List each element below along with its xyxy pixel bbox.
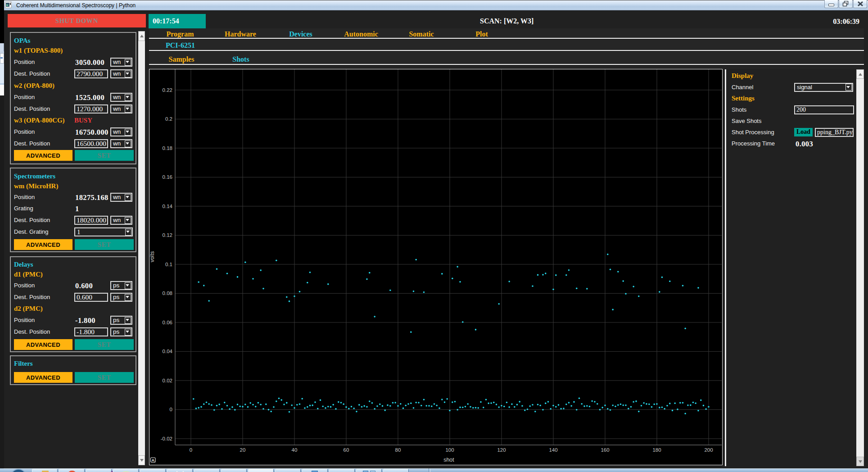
svg-text:180: 180 [652,447,661,453]
svg-text:200: 200 [704,447,713,453]
svg-text:60: 60 [343,447,349,453]
svg-text:0.06: 0.06 [162,320,172,325]
svg-text:0.16: 0.16 [162,174,172,180]
svg-text:160: 160 [601,447,609,453]
svg-text:100: 100 [445,447,454,453]
svg-text:0.08: 0.08 [162,290,172,296]
svg-text:0.02: 0.02 [162,378,172,383]
svg-text:volts: volts [149,251,155,263]
svg-text:0.18: 0.18 [162,145,172,151]
svg-text:0.14: 0.14 [162,204,172,209]
svg-text:120: 120 [497,447,506,453]
svg-text:0: 0 [189,447,192,453]
svg-text:A: A [151,458,154,463]
svg-text:0.12: 0.12 [162,232,172,238]
svg-text:0.22: 0.22 [162,87,172,93]
svg-text:0.04: 0.04 [162,349,172,354]
svg-text:-0.02: -0.02 [160,436,172,441]
svg-text:shot: shot [443,457,454,463]
svg-text:40: 40 [291,447,297,453]
svg-text:20: 20 [240,447,245,453]
svg-text:0.2: 0.2 [165,116,172,122]
svg-text:0: 0 [169,407,172,412]
svg-text:80: 80 [395,447,401,453]
svg-text:140: 140 [549,447,557,453]
svg-text:0.1: 0.1 [165,262,172,267]
